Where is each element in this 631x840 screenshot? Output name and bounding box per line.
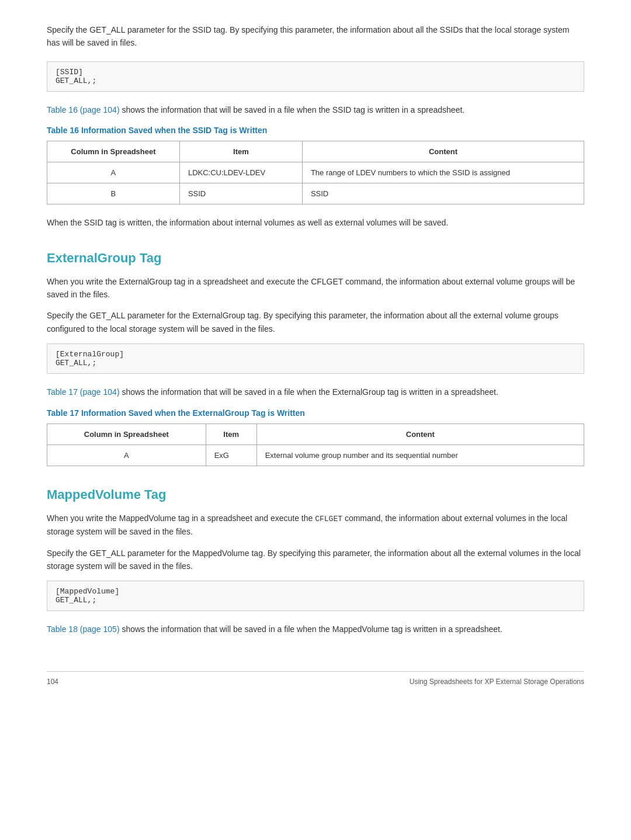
table16-row2-content: SSID	[302, 183, 584, 204]
table16-row2-item: SSID	[179, 183, 302, 204]
table16-col-header-item: Item	[179, 141, 302, 162]
table16-col-header-content: Content	[302, 141, 584, 162]
externalgroup-section-heading: ExternalGroup Tag	[47, 251, 584, 266]
externalgroup-paragraph1: When you write the ExternalGroup tag in …	[47, 275, 584, 301]
ssid-closing-paragraph: When the SSID tag is written, the inform…	[47, 216, 584, 229]
mappedvolume-ref-paragraph: Table 18 (page 105) shows the informatio…	[47, 623, 584, 636]
table17-col-header-item: Item	[206, 424, 256, 445]
mappedvolume-section-heading: MappedVolume Tag	[47, 487, 584, 502]
table16-heading: Table 16 Information Saved when the SSID…	[47, 126, 584, 135]
page-container: Specify the GET_ALL parameter for the SS…	[0, 0, 631, 721]
mappedvolume-paragraph2: Specify the GET_ALL parameter for the Ma…	[47, 547, 584, 573]
table16-row1-item: LDKC:CU:LDEV-LDEV	[179, 162, 302, 183]
table16-link[interactable]: Table 16 (page 104)	[47, 105, 120, 114]
ssid-code-block: [SSID] GET_ALL,;	[47, 61, 584, 92]
ssid-ref-paragraph: Table 16 (page 104) shows the informatio…	[47, 103, 584, 116]
intro-paragraph: Specify the GET_ALL parameter for the SS…	[47, 23, 584, 50]
table16-row2-col: B	[47, 183, 180, 204]
mappedvolume-paragraph1: When you write the MappedVolume tag in a…	[47, 512, 584, 539]
table-row: A ExG External volume group number and i…	[47, 445, 584, 466]
table17-col-header-content: Content	[256, 424, 584, 445]
table-row: A LDKC:CU:LDEV-LDEV The range of LDEV nu…	[47, 162, 584, 183]
footer-description: Using Spreadsheets for XP External Stora…	[410, 678, 584, 686]
table16: Column in Spreadsheet Item Content A LDK…	[47, 141, 584, 204]
table16-col-header-spreadsheet: Column in Spreadsheet	[47, 141, 180, 162]
table17-row1-content: External volume group number and its seq…	[256, 445, 584, 466]
table17-row1-col: A	[47, 445, 206, 466]
mappedvolume-code-block: [MappedVolume] GET_ALL,;	[47, 581, 584, 611]
table-row: B SSID SSID	[47, 183, 584, 204]
footer-page-number: 104	[47, 678, 58, 686]
externalgroup-ref-paragraph: Table 17 (page 104) shows the informatio…	[47, 386, 584, 398]
externalgroup-ref-text: shows the information that will be saved…	[120, 387, 498, 397]
table18-link[interactable]: Table 18 (page 105)	[47, 624, 120, 634]
table16-row1-content: The range of LDEV numbers to which the S…	[302, 162, 584, 183]
mappedvolume-p1-before: When you write the MappedVolume tag in a…	[47, 513, 315, 523]
mappedvolume-ref-text: shows the information that will be saved…	[120, 624, 502, 634]
table16-row1-col: A	[47, 162, 180, 183]
footer: 104 Using Spreadsheets for XP External S…	[47, 671, 584, 686]
ssid-ref-text: shows the information that will be saved…	[120, 105, 465, 114]
table17-row1-item: ExG	[206, 445, 256, 466]
mappedvolume-p1-code: CFLGET	[315, 515, 342, 523]
table17-col-header-spreadsheet: Column in Spreadsheet	[47, 424, 206, 445]
externalgroup-paragraph2: Specify the GET_ALL parameter for the Ex…	[47, 309, 584, 335]
table17: Column in Spreadsheet Item Content A ExG…	[47, 424, 584, 466]
externalgroup-code-block: [ExternalGroup] GET_ALL,;	[47, 343, 584, 374]
table17-heading: Table 17 Information Saved when the Exte…	[47, 408, 584, 418]
table17-link[interactable]: Table 17 (page 104)	[47, 387, 120, 397]
